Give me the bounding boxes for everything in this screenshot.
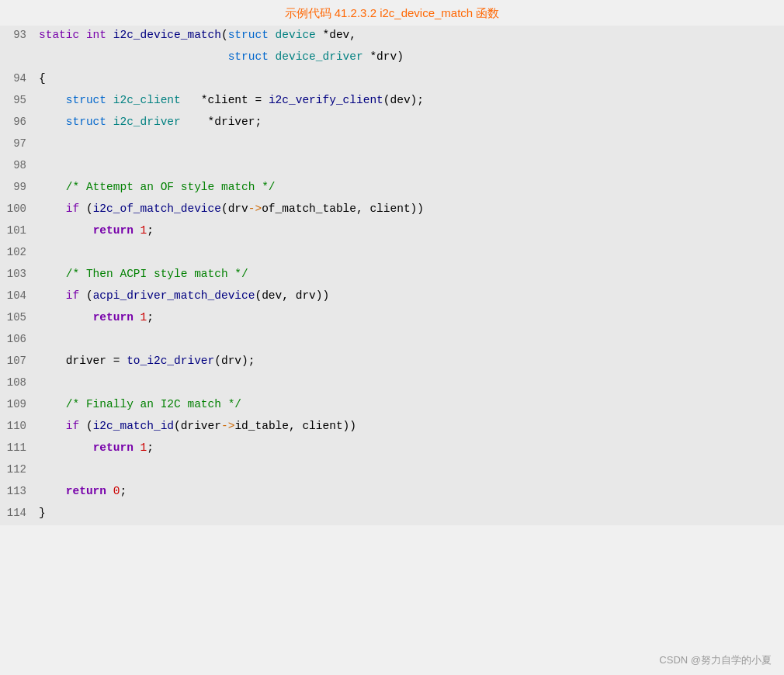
code-line-104: 104 if (acpi_driver_match_device(dev, dr… [0, 286, 784, 308]
line-content: return 0; [39, 483, 784, 500]
line-content [39, 158, 784, 175]
line-content: static int i2c_device_match(struct devic… [39, 27, 784, 44]
code-line-110: 110 if (i2c_match_id(driver->id_table, c… [0, 417, 784, 438]
code-line-114: 114 } [0, 504, 784, 525]
code-line-99: 99 /* Attempt an OF style match */ [0, 178, 784, 199]
line-content [39, 375, 784, 392]
line-number: 96 [0, 116, 39, 128]
line-content: if (i2c_of_match_device(drv->of_match_ta… [39, 201, 784, 218]
line-content: if (acpi_driver_match_device(dev, drv)) [39, 288, 784, 305]
line-content: struct device_driver *drv) [39, 49, 784, 66]
code-line-109: 109 /* Finally an I2C match */ [0, 395, 784, 417]
code-line-97: 97 [0, 134, 784, 156]
code-line-100: 100 if (i2c_of_match_device(drv->of_matc… [0, 199, 784, 221]
line-content [39, 462, 784, 479]
watermark-text: CSDN @努力自学的小夏 [659, 653, 772, 667]
code-line-106: 106 [0, 330, 784, 351]
line-number: 107 [0, 355, 39, 367]
line-content [39, 136, 784, 153]
title-bar: 示例代码 41.2.3.2 i2c_device_match 函数 [0, 0, 784, 26]
line-number: 104 [0, 289, 39, 302]
line-number: 113 [0, 485, 39, 497]
line-number: 100 [0, 202, 39, 215]
line-content: driver = to_i2c_driver(drv); [39, 353, 784, 370]
line-number: 102 [0, 246, 39, 258]
line-content: if (i2c_match_id(driver->id_table, clien… [39, 418, 784, 435]
code-line-98: 98 [0, 156, 784, 178]
code-line-112: 112 [0, 460, 784, 482]
code-line-94: 94 { [0, 69, 784, 91]
code-line-95: 95 struct i2c_client *client = i2c_verif… [0, 91, 784, 112]
line-content [39, 244, 784, 261]
code-line-107: 107 driver = to_i2c_driver(drv); [0, 351, 784, 373]
line-number: 101 [0, 224, 39, 237]
line-number: 112 [0, 463, 39, 476]
line-content: return 1; [39, 440, 784, 457]
line-number: 106 [0, 333, 39, 345]
line-number: 98 [0, 159, 39, 171]
code-line-101: 101 return 1; [0, 221, 784, 243]
line-number: 108 [0, 376, 39, 389]
line-content: /* Finally an I2C match */ [39, 396, 784, 414]
code-line-93b: struct device_driver *drv) [0, 47, 784, 69]
line-content: struct i2c_driver *driver; [39, 114, 784, 131]
line-content: return 1; [39, 223, 784, 240]
line-content: struct i2c_client *client = i2c_verify_c… [39, 92, 784, 109]
line-content: { [39, 71, 784, 88]
line-number: 114 [0, 507, 39, 519]
line-content: /* Attempt an OF style match */ [39, 179, 784, 196]
line-number: 110 [0, 420, 39, 432]
line-content: /* Then ACPI style match */ [39, 266, 784, 283]
line-number: 95 [0, 94, 39, 106]
code-line-113: 113 return 0; [0, 482, 784, 504]
line-number: 94 [0, 72, 39, 85]
line-number: 111 [0, 441, 39, 454]
line-content: return 1; [39, 310, 784, 327]
line-number: 105 [0, 311, 39, 324]
line-number: 103 [0, 268, 39, 280]
line-content [39, 331, 784, 348]
line-number: 109 [0, 398, 39, 410]
code-line-93: 93 static int i2c_device_match(struct de… [0, 26, 784, 47]
code-line-108: 108 [0, 373, 784, 395]
code-line-105: 105 return 1; [0, 308, 784, 330]
line-number: 97 [0, 137, 39, 150]
code-line-96: 96 struct i2c_driver *driver; [0, 112, 784, 134]
code-container: 93 static int i2c_device_match(struct de… [0, 26, 784, 525]
code-line-103: 103 /* Then ACPI style match */ [0, 265, 784, 286]
code-line-102: 102 [0, 243, 784, 265]
code-line-111: 111 return 1; [0, 438, 784, 460]
line-number: 93 [0, 29, 39, 41]
line-content: } [39, 505, 784, 522]
line-number: 99 [0, 181, 39, 193]
